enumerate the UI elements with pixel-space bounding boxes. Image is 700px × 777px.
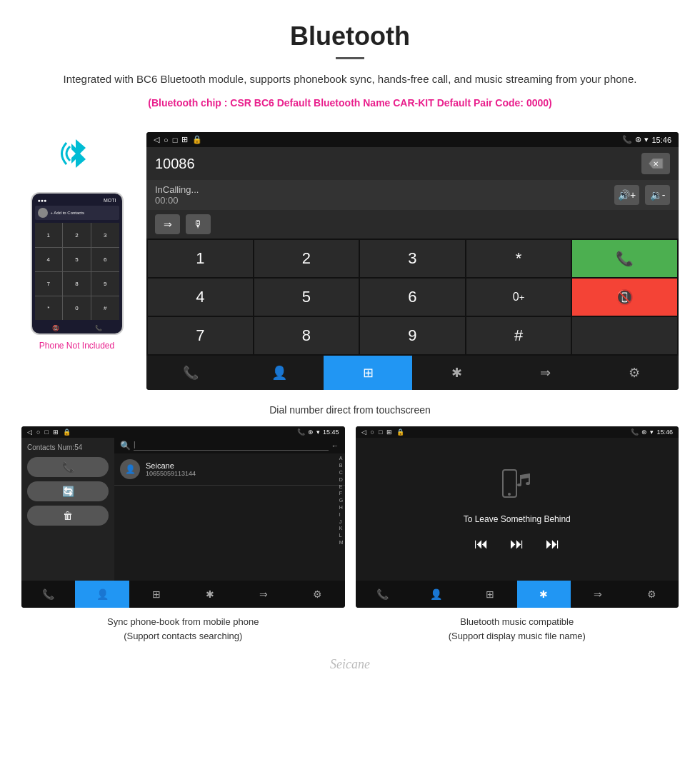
phone-key-0[interactable]: 0 <box>63 296 91 320</box>
volume-down-button[interactable]: 🔉- <box>645 185 670 205</box>
phone-key-hash[interactable]: # <box>91 296 119 320</box>
key-star[interactable]: * <box>466 240 571 277</box>
contact-info: Seicane 10655059113144 <box>146 461 196 477</box>
phone-key-star[interactable]: * <box>35 296 63 320</box>
phone-key-8[interactable]: 8 <box>63 272 91 296</box>
phone-end-icon[interactable]: 📵 <box>52 325 59 331</box>
bluetooth-icon <box>56 132 99 185</box>
svg-marker-0 <box>71 139 86 168</box>
contacts-delete-btn[interactable]: 🗑 <box>27 506 109 526</box>
main-content: ●●●MOTI + Add to Contacts 1 2 3 4 5 6 7 … <box>0 132 700 390</box>
phone-contact-row: + Add to Contacts <box>35 206 119 220</box>
end-call-button[interactable]: 📵 <box>572 279 677 316</box>
key-4[interactable]: 4 <box>148 279 253 316</box>
contact-avatar: 👤 <box>120 459 140 479</box>
prev-track-button[interactable]: ⏮ <box>474 536 489 552</box>
phone-contact-text: + Add to Contacts <box>51 211 85 215</box>
key-5[interactable]: 5 <box>254 279 359 316</box>
phone-key-3[interactable]: 3 <box>91 223 119 246</box>
next-track-button[interactable]: ⏭ <box>546 536 560 552</box>
contacts-apps-icon: ⊞ <box>53 428 59 436</box>
mic-button[interactable]: 🎙 <box>186 214 211 234</box>
nav-contact[interactable]: 👤 <box>235 356 324 390</box>
key-empty <box>572 317 677 354</box>
alpha-list: A B C D E F G H I J K L M <box>339 455 344 546</box>
contacts-call-btn[interactable]: 📞 <box>27 457 109 477</box>
key-8[interactable]: 8 <box>254 317 359 354</box>
contacts-phone-icon: 📞 <box>297 428 305 436</box>
nav-bluetooth[interactable]: ✱ <box>412 356 501 390</box>
volume-up-button[interactable]: 🔊+ <box>614 185 639 205</box>
music-location-icon: ⊛ <box>641 428 647 436</box>
contacts-back-icon: ◁ <box>27 428 32 436</box>
search-cursor[interactable]: | <box>134 441 329 451</box>
music-phone-icon: 📞 <box>631 428 639 436</box>
contacts-nav-bluetooth[interactable]: ✱ <box>183 581 236 608</box>
music-nav-bluetooth[interactable]: ✱ <box>517 581 571 608</box>
key-6[interactable]: 6 <box>360 279 465 316</box>
contacts-nav-keypad[interactable]: ⊞ <box>129 581 183 608</box>
contacts-nav-transfer[interactable]: ⇒ <box>237 581 291 608</box>
music-time: 15:46 <box>656 428 673 436</box>
contacts-nav-settings[interactable]: ⚙ <box>291 581 344 608</box>
home-icon: ○ <box>164 136 169 144</box>
phone-key-5[interactable]: 5 <box>63 248 91 271</box>
phone-key-1[interactable]: 1 <box>35 223 63 246</box>
transfer-button[interactable]: ⇒ <box>155 214 180 234</box>
music-bottom-nav: 📞 👤 ⊞ ✱ ⇒ ⚙ <box>356 581 679 608</box>
music-lock-icon: 🔒 <box>396 428 404 436</box>
nav-phone[interactable]: 📞 <box>146 356 235 390</box>
music-controls: ⏮ ⏭ ⏭ <box>474 536 560 552</box>
header-divider <box>336 57 364 59</box>
play-pause-button[interactable]: ⏭ <box>510 536 524 552</box>
music-body: To Leave Something Behind ⏮ ⏭ ⏭ <box>356 438 679 581</box>
nav-keypad[interactable]: ⊞ <box>324 356 412 390</box>
contacts-screen: ◁ ○ □ ⊞ 🔒 📞 ⊛ ▾ 15:45 Contacts Num:54 📞 … <box>21 426 345 608</box>
header-description: Integrated with BC6 Bluetooth module, su… <box>43 71 657 88</box>
dial-number-area: 10086 ✕ <box>146 147 679 180</box>
bottom-screens: ◁ ○ □ ⊞ 🔒 📞 ⊛ ▾ 15:45 Contacts Num:54 📞 … <box>0 426 700 608</box>
nav-transfer[interactable]: ⇒ <box>501 356 590 390</box>
call-button[interactable]: 📞 <box>572 240 677 277</box>
music-nav-settings[interactable]: ⚙ <box>625 581 679 608</box>
svg-text:✕: ✕ <box>653 160 659 168</box>
music-nav-transfer[interactable]: ⇒ <box>571 581 624 608</box>
nav-settings[interactable]: ⚙ <box>590 356 679 390</box>
phone-call-icon[interactable]: 📞 <box>95 325 102 331</box>
key-0plus[interactable]: 0+ <box>466 279 571 316</box>
dial-status-left: ◁ ○ □ ⊞ 🔒 <box>154 135 202 144</box>
music-nav-keypad[interactable]: ⊞ <box>463 581 516 608</box>
phone-key-6[interactable]: 6 <box>91 248 119 271</box>
phone-screen: ●●●MOTI + Add to Contacts 1 2 3 4 5 6 7 … <box>32 194 122 323</box>
phone-key-4[interactable]: 4 <box>35 248 63 271</box>
music-nav-contact[interactable]: 👤 <box>409 581 463 608</box>
phone-key-9[interactable]: 9 <box>91 272 119 296</box>
contacts-home-icon: ○ <box>36 428 40 436</box>
backspace-button[interactable]: ✕ <box>641 153 670 174</box>
key-hash[interactable]: # <box>466 317 571 354</box>
contact-name: Seicane <box>146 461 196 470</box>
contacts-bottom-nav: 📞 👤 ⊞ ✱ ⇒ ⚙ <box>21 581 345 608</box>
dial-calling-area: InCalling... 00:00 🔊+ 🔉- <box>146 180 679 210</box>
key-7[interactable]: 7 <box>148 317 253 354</box>
phone-key-2[interactable]: 2 <box>63 223 91 246</box>
music-status-bar: ◁ ○ □ ⊞ 🔒 📞 ⊛ ▾ 15:46 <box>356 426 679 438</box>
phone-contact-icon <box>38 208 48 218</box>
bottom-captions: Sync phone-book from mobile phone(Suppor… <box>0 615 700 657</box>
key-2[interactable]: 2 <box>254 240 359 277</box>
key-9[interactable]: 9 <box>360 317 465 354</box>
key-3[interactable]: 3 <box>360 240 465 277</box>
phone-not-included-label: Phone Not Included <box>39 341 114 351</box>
contacts-refresh-btn[interactable]: 🔄 <box>27 481 109 501</box>
contacts-wifi-icon: ▾ <box>316 428 320 436</box>
watermark-text: Seicane <box>330 657 370 671</box>
phone-key-7[interactable]: 7 <box>35 272 63 296</box>
contacts-nav-phone[interactable]: 📞 <box>21 581 75 608</box>
search-icon: 🔍 <box>120 441 131 451</box>
key-1[interactable]: 1 <box>148 240 253 277</box>
contacts-nav-contact[interactable]: 👤 <box>75 581 129 608</box>
wifi-icon: ▾ <box>644 135 649 144</box>
dial-status-bar: ◁ ○ □ ⊞ 🔒 📞 ⊛ ▾ 15:46 <box>146 132 679 147</box>
music-back-icon: ◁ <box>361 428 366 436</box>
music-nav-phone[interactable]: 📞 <box>356 581 409 608</box>
